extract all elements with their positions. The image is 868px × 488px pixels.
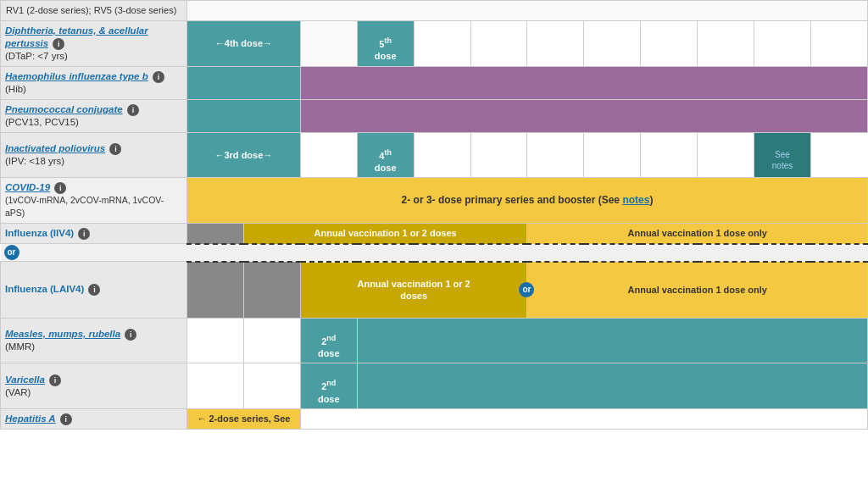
or-label-cell: or: [1, 244, 187, 262]
rv-vaccine-cell: RV1 (2-dose series); RV5 (3-dose series): [1, 1, 187, 21]
ipv-dose4-cell: 4thdose: [357, 132, 414, 178]
ipv-empty7: [698, 132, 754, 178]
mmr-subtitle: (MMR): [5, 341, 35, 352]
dtap-empty9: [810, 20, 867, 66]
pcv-info-icon[interactable]: i: [127, 104, 139, 116]
varicella-vaccine-cell: Varicella i (VAR): [1, 363, 187, 409]
covid-name[interactable]: COVID-19: [5, 182, 50, 192]
hib-info-icon[interactable]: i: [153, 71, 164, 83]
rv-empty-span: [187, 1, 868, 21]
mmr-dose2-text: 2nddose: [318, 336, 340, 358]
dtap-empty6: [641, 20, 698, 66]
hib-vaccine-cell: Haemophilus influenzae type b i (Hib): [1, 66, 187, 99]
laiv4-info-icon[interactable]: i: [88, 284, 100, 296]
hib-name[interactable]: Haemophilus influenzae type b: [5, 71, 148, 81]
var-dose2-text: 2nddose: [318, 381, 340, 403]
mmr-dose2-cell: 2nddose: [300, 318, 357, 363]
covid-span-cell: 2- or 3- dose primary series and booster…: [187, 178, 868, 224]
hib-teal-cell: [187, 66, 301, 99]
var-empty1: [187, 363, 244, 409]
mmr-vaccine-cell: Measles, mumps, rubella i (MMR): [1, 318, 187, 363]
dtap-empty1: [300, 20, 357, 66]
laiv4-gray1-cell: [187, 262, 244, 319]
iiv4-info-icon[interactable]: i: [78, 228, 90, 240]
ipv-info-icon[interactable]: i: [109, 143, 121, 155]
iiv4-gray-cell: [187, 224, 244, 244]
pcv-purple-cell: [300, 99, 867, 132]
ipv-empty2: [414, 132, 470, 178]
dtap-dose4-cell: ←4th dose→: [187, 20, 301, 66]
hepa-empty-span: [300, 408, 867, 429]
dtap-empty3: [470, 20, 527, 66]
rv-row: RV1 (2-dose series); RV5 (3-dose series): [1, 1, 868, 21]
rv-label: RV1 (2-dose series); RV5 (3-dose series): [6, 5, 176, 15]
varicella-subtitle: (VAR): [5, 387, 31, 397]
influenza-laiv4-row: Influenza (LAIV4) i Annual vaccination 1…: [1, 262, 868, 319]
var-empty2: [243, 363, 300, 409]
covid-vaccine-cell: COVID-19 i (1vCOV-mRNA, 2vCOV-mRNA, 1vCO…: [1, 178, 187, 224]
dtap-dose4-text: ←4th dose→: [215, 38, 272, 48]
mmr-empty1: [187, 318, 244, 363]
dtap-empty5: [584, 20, 641, 66]
iiv4-vaccine-cell: Influenza (IIV4) i: [1, 224, 187, 244]
var-teal-span: [357, 363, 867, 409]
dtap-dose5-cell: 5thdose: [357, 20, 414, 66]
covid-subtitle: (1vCOV-mRNA, 2vCOV-mRNA, 1vCOV-aPS): [5, 195, 164, 218]
dtap-subtitle: (DTaP: <7 yrs): [5, 51, 68, 61]
dtap-empty4: [527, 20, 584, 66]
ipv-empty1: [300, 132, 357, 178]
ipv-empty3: [470, 132, 527, 178]
dtap-info-icon[interactable]: i: [53, 38, 64, 50]
iiv4-annual2-cell: Annual vaccination 1 dose only: [527, 224, 868, 244]
laiv4-vaccine-cell: Influenza (LAIV4) i: [1, 262, 187, 319]
hepa-series-text: ← 2-dose series, See: [197, 413, 290, 424]
hib-purple-cell: [300, 66, 867, 99]
pcv-teal-cell: [187, 99, 301, 132]
dtap-dose5-text: 5thdose: [375, 39, 397, 61]
var-dose2-cell: 2nddose: [300, 363, 357, 409]
pcv-vaccine-cell: Pneumococcal conjugate i (PCV13, PCV15): [1, 99, 187, 132]
dtap-vaccine-cell: Diphtheria, tetanus, & acellular pertuss…: [1, 20, 187, 66]
iiv4-annual1-text: Annual vaccination 1 or 2 doses: [314, 228, 457, 238]
covid-text: 2- or 3- dose primary series and booster…: [402, 194, 654, 206]
influenza-iiv4-row: Influenza (IIV4) i Annual vaccination 1 …: [1, 224, 868, 244]
mmr-teal-span: [357, 318, 867, 363]
covid-row: COVID-19 i (1vCOV-mRNA, 2vCOV-mRNA, 1vCO…: [1, 178, 868, 224]
laiv4-annual2-cell: Annual vaccination 1 dose only: [527, 262, 868, 319]
hib-subtitle: (Hib): [5, 84, 26, 94]
iiv4-name: Influenza (IIV4): [5, 228, 74, 238]
ipv-dose4-text: 4thdose: [375, 151, 397, 173]
laiv4-name: Influenza (LAIV4): [5, 284, 84, 294]
hepa-name[interactable]: Hepatitis A: [5, 413, 56, 424]
varicella-info-icon[interactable]: i: [49, 374, 61, 386]
varicella-row: Varicella i (VAR) 2nddose: [1, 363, 868, 409]
or-row: or: [1, 244, 868, 262]
ipv-dose3-text: ←3rd dose→: [214, 150, 272, 160]
hepa-info-icon[interactable]: i: [60, 413, 72, 425]
mmr-info-icon[interactable]: i: [125, 329, 136, 341]
mmr-row: Measles, mumps, rubella i (MMR) 2nddose: [1, 318, 868, 363]
pcv-name[interactable]: Pneumococcal conjugate: [5, 104, 123, 114]
covid-info-icon[interactable]: i: [54, 182, 66, 194]
ipv-seenotes-cell[interactable]: Seenotes: [754, 132, 811, 178]
dtap-empty2: [414, 20, 470, 66]
dtap-name[interactable]: Diphtheria, tetanus, & acellular pertuss…: [5, 25, 148, 48]
covid-notes-link[interactable]: notes: [622, 194, 649, 206]
ipv-name[interactable]: Inactivated poliovirus: [5, 143, 105, 153]
laiv4-annual2-text: Annual vaccination 1 dose only: [628, 285, 767, 295]
dtap-empty7: [698, 20, 754, 66]
hepa-series-cell: ← 2-dose series, See: [187, 408, 301, 429]
laiv4-annual1-cell: Annual vaccination 1 or 2 doses or: [300, 262, 527, 319]
mmr-name[interactable]: Measles, mumps, rubella: [5, 329, 120, 339]
hepa-vaccine-cell: Hepatitis A i: [1, 408, 187, 429]
iiv4-annual2-text: Annual vaccination 1 dose only: [628, 228, 767, 238]
ipv-vaccine-cell: Inactivated poliovirus i (IPV: <18 yrs): [1, 132, 187, 178]
ipv-seenotes-text: Seenotes: [772, 150, 793, 170]
ipv-subtitle: (IPV: <18 yrs): [5, 156, 64, 166]
ipv-empty5: [584, 132, 641, 178]
hepa-row: Hepatitis A i ← 2-dose series, See: [1, 408, 868, 429]
dtap-empty8: [754, 20, 811, 66]
dtap-row: Diphtheria, tetanus, & acellular pertuss…: [1, 20, 868, 66]
varicella-name[interactable]: Varicella: [5, 374, 45, 385]
ipv-empty4: [527, 132, 584, 178]
